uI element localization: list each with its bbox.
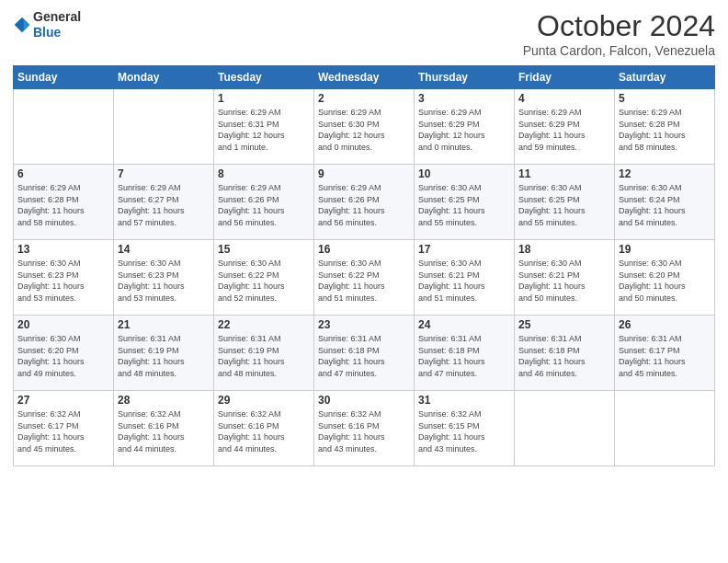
- day-number: 24: [418, 318, 510, 331]
- calendar-cell: 31Sunrise: 6:32 AM Sunset: 6:15 PM Dayli…: [415, 391, 515, 466]
- title-block: October 2024 Punta Cardon, Falcon, Venez…: [523, 9, 715, 58]
- logo-text: General Blue: [33, 9, 81, 40]
- week-row-3: 13Sunrise: 6:30 AM Sunset: 6:23 PM Dayli…: [14, 240, 715, 316]
- day-number: 21: [118, 318, 210, 331]
- day-number: 10: [418, 167, 510, 180]
- day-content: Sunrise: 6:29 AM Sunset: 6:28 PM Dayligh…: [619, 107, 711, 153]
- day-content: Sunrise: 6:30 AM Sunset: 6:23 PM Dayligh…: [17, 258, 109, 304]
- day-number: 22: [218, 318, 310, 331]
- day-content: Sunrise: 6:30 AM Sunset: 6:22 PM Dayligh…: [318, 258, 410, 304]
- header: General Blue October 2024 Punta Cardon, …: [13, 9, 715, 58]
- day-number: 31: [418, 394, 510, 407]
- day-number: 13: [17, 243, 109, 256]
- calendar-cell: 12Sunrise: 6:30 AM Sunset: 6:24 PM Dayli…: [615, 165, 715, 240]
- day-content: Sunrise: 6:29 AM Sunset: 6:26 PM Dayligh…: [218, 182, 310, 228]
- day-number: 18: [518, 243, 610, 256]
- week-row-1: 1Sunrise: 6:29 AM Sunset: 6:31 PM Daylig…: [14, 89, 715, 165]
- day-number: 17: [418, 243, 510, 256]
- weekday-header-friday: Friday: [515, 66, 615, 89]
- day-number: 5: [619, 92, 711, 105]
- svg-marker-1: [24, 18, 30, 30]
- day-content: Sunrise: 6:29 AM Sunset: 6:29 PM Dayligh…: [418, 107, 510, 153]
- day-number: 19: [619, 243, 711, 256]
- weekday-header-thursday: Thursday: [415, 66, 515, 89]
- calendar-cell: 9Sunrise: 6:29 AM Sunset: 6:26 PM Daylig…: [314, 165, 415, 240]
- calendar-cell: 13Sunrise: 6:30 AM Sunset: 6:23 PM Dayli…: [14, 240, 114, 316]
- calendar-cell: 16Sunrise: 6:30 AM Sunset: 6:22 PM Dayli…: [314, 240, 415, 316]
- day-content: Sunrise: 6:30 AM Sunset: 6:25 PM Dayligh…: [418, 182, 510, 228]
- weekday-header-row: SundayMondayTuesdayWednesdayThursdayFrid…: [14, 66, 715, 89]
- day-content: Sunrise: 6:31 AM Sunset: 6:18 PM Dayligh…: [518, 333, 610, 379]
- day-number: 29: [218, 394, 310, 407]
- calendar-cell: 26Sunrise: 6:31 AM Sunset: 6:17 PM Dayli…: [615, 316, 715, 391]
- day-content: Sunrise: 6:32 AM Sunset: 6:15 PM Dayligh…: [418, 408, 510, 454]
- calendar-cell: 27Sunrise: 6:32 AM Sunset: 6:17 PM Dayli…: [14, 391, 114, 466]
- day-content: Sunrise: 6:29 AM Sunset: 6:30 PM Dayligh…: [318, 107, 410, 153]
- day-content: Sunrise: 6:32 AM Sunset: 6:16 PM Dayligh…: [118, 408, 210, 454]
- calendar-cell: 30Sunrise: 6:32 AM Sunset: 6:16 PM Dayli…: [314, 391, 415, 466]
- weekday-header-wednesday: Wednesday: [314, 66, 415, 89]
- calendar-cell: 15Sunrise: 6:30 AM Sunset: 6:22 PM Dayli…: [214, 240, 314, 316]
- day-content: Sunrise: 6:29 AM Sunset: 6:27 PM Dayligh…: [118, 182, 210, 228]
- weekday-header-monday: Monday: [114, 66, 214, 89]
- day-content: Sunrise: 6:30 AM Sunset: 6:24 PM Dayligh…: [619, 182, 711, 228]
- day-content: Sunrise: 6:31 AM Sunset: 6:19 PM Dayligh…: [218, 333, 310, 379]
- day-number: 26: [619, 318, 711, 331]
- week-row-5: 27Sunrise: 6:32 AM Sunset: 6:17 PM Dayli…: [14, 391, 715, 466]
- day-number: 25: [518, 318, 610, 331]
- day-content: Sunrise: 6:32 AM Sunset: 6:16 PM Dayligh…: [218, 408, 310, 454]
- day-content: Sunrise: 6:29 AM Sunset: 6:29 PM Dayligh…: [518, 107, 610, 153]
- calendar-cell: 22Sunrise: 6:31 AM Sunset: 6:19 PM Dayli…: [214, 316, 314, 391]
- day-number: 12: [619, 167, 711, 180]
- day-content: Sunrise: 6:29 AM Sunset: 6:26 PM Dayligh…: [318, 182, 410, 228]
- day-number: 30: [318, 394, 410, 407]
- day-content: Sunrise: 6:29 AM Sunset: 6:28 PM Dayligh…: [17, 182, 109, 228]
- calendar-cell: [615, 391, 715, 466]
- day-content: Sunrise: 6:31 AM Sunset: 6:18 PM Dayligh…: [418, 333, 510, 379]
- page: General Blue October 2024 Punta Cardon, …: [0, 0, 728, 563]
- day-content: Sunrise: 6:29 AM Sunset: 6:31 PM Dayligh…: [218, 107, 310, 153]
- calendar-cell: 24Sunrise: 6:31 AM Sunset: 6:18 PM Dayli…: [415, 316, 515, 391]
- calendar-cell: [114, 89, 214, 165]
- calendar-cell: 18Sunrise: 6:30 AM Sunset: 6:21 PM Dayli…: [515, 240, 615, 316]
- calendar-cell: 8Sunrise: 6:29 AM Sunset: 6:26 PM Daylig…: [214, 165, 314, 240]
- day-content: Sunrise: 6:30 AM Sunset: 6:20 PM Dayligh…: [619, 258, 711, 304]
- calendar-cell: 21Sunrise: 6:31 AM Sunset: 6:19 PM Dayli…: [114, 316, 214, 391]
- calendar-cell: 19Sunrise: 6:30 AM Sunset: 6:20 PM Dayli…: [615, 240, 715, 316]
- weekday-header-tuesday: Tuesday: [214, 66, 314, 89]
- day-content: Sunrise: 6:30 AM Sunset: 6:20 PM Dayligh…: [17, 333, 109, 379]
- day-number: 1: [218, 92, 310, 105]
- calendar-cell: 29Sunrise: 6:32 AM Sunset: 6:16 PM Dayli…: [214, 391, 314, 466]
- calendar-cell: 14Sunrise: 6:30 AM Sunset: 6:23 PM Dayli…: [114, 240, 214, 316]
- logo-blue: Blue: [33, 25, 81, 40]
- calendar-cell: 23Sunrise: 6:31 AM Sunset: 6:18 PM Dayli…: [314, 316, 415, 391]
- calendar-cell: 7Sunrise: 6:29 AM Sunset: 6:27 PM Daylig…: [114, 165, 214, 240]
- calendar-cell: 5Sunrise: 6:29 AM Sunset: 6:28 PM Daylig…: [615, 89, 715, 165]
- logo-general: General: [33, 9, 81, 25]
- day-number: 3: [418, 92, 510, 105]
- month-title: October 2024: [523, 9, 715, 43]
- calendar-cell: 1Sunrise: 6:29 AM Sunset: 6:31 PM Daylig…: [214, 89, 314, 165]
- day-number: 28: [118, 394, 210, 407]
- day-number: 2: [318, 92, 410, 105]
- calendar-cell: 2Sunrise: 6:29 AM Sunset: 6:30 PM Daylig…: [314, 89, 415, 165]
- day-content: Sunrise: 6:30 AM Sunset: 6:23 PM Dayligh…: [118, 258, 210, 304]
- calendar-cell: 10Sunrise: 6:30 AM Sunset: 6:25 PM Dayli…: [415, 165, 515, 240]
- week-row-2: 6Sunrise: 6:29 AM Sunset: 6:28 PM Daylig…: [14, 165, 715, 240]
- calendar-cell: 11Sunrise: 6:30 AM Sunset: 6:25 PM Dayli…: [515, 165, 615, 240]
- weekday-header-sunday: Sunday: [14, 66, 114, 89]
- calendar-cell: 3Sunrise: 6:29 AM Sunset: 6:29 PM Daylig…: [415, 89, 515, 165]
- calendar-cell: 17Sunrise: 6:30 AM Sunset: 6:21 PM Dayli…: [415, 240, 515, 316]
- location: Punta Cardon, Falcon, Venezuela: [523, 43, 715, 58]
- day-number: 8: [218, 167, 310, 180]
- day-content: Sunrise: 6:32 AM Sunset: 6:17 PM Dayligh…: [17, 408, 109, 454]
- day-content: Sunrise: 6:31 AM Sunset: 6:19 PM Dayligh…: [118, 333, 210, 379]
- day-number: 27: [17, 394, 109, 407]
- day-content: Sunrise: 6:31 AM Sunset: 6:18 PM Dayligh…: [318, 333, 410, 379]
- logo-icon: [13, 16, 31, 34]
- logo: General Blue: [13, 9, 81, 40]
- day-content: Sunrise: 6:30 AM Sunset: 6:21 PM Dayligh…: [518, 258, 610, 304]
- calendar-cell: [14, 89, 114, 165]
- day-content: Sunrise: 6:30 AM Sunset: 6:21 PM Dayligh…: [418, 258, 510, 304]
- week-row-4: 20Sunrise: 6:30 AM Sunset: 6:20 PM Dayli…: [14, 316, 715, 391]
